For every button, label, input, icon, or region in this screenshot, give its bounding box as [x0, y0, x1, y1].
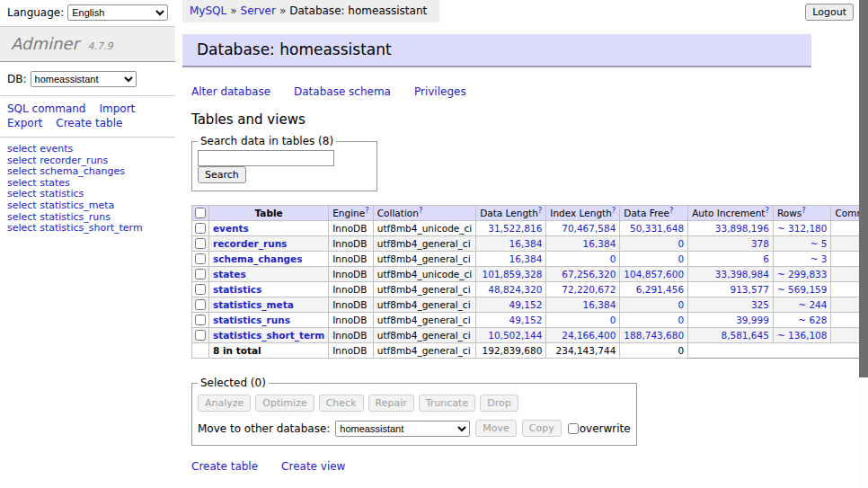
- auto-increment-link[interactable]: 33,898,196: [715, 223, 769, 234]
- select-link[interactable]: select: [7, 200, 37, 211]
- search-button[interactable]: Search: [198, 166, 246, 183]
- export-link[interactable]: Export: [7, 117, 42, 129]
- data-length-link[interactable]: 16,384: [509, 238, 543, 249]
- row-checkbox[interactable]: [195, 299, 206, 310]
- privileges-link[interactable]: Privileges: [414, 85, 466, 98]
- auto-increment-link[interactable]: 378: [751, 238, 769, 249]
- help-icon[interactable]: ?: [612, 206, 616, 215]
- select-link[interactable]: select: [7, 155, 37, 166]
- data-free-link[interactable]: 0: [678, 253, 684, 264]
- overwrite-checkbox[interactable]: [568, 423, 579, 434]
- alter-database-link[interactable]: Alter database: [191, 85, 270, 98]
- row-checkbox[interactable]: [195, 223, 206, 234]
- index-length-link[interactable]: 67,256,320: [562, 269, 616, 279]
- import-link[interactable]: Import: [99, 102, 135, 115]
- index-length-link[interactable]: 72,220,672: [562, 284, 616, 295]
- data-length-link[interactable]: 48,824,320: [488, 284, 542, 295]
- table-link[interactable]: statistics_short_term: [40, 222, 142, 234]
- auto-increment-link[interactable]: 6: [763, 253, 769, 264]
- index-length-link[interactable]: 16,384: [583, 299, 616, 310]
- rows-link[interactable]: ~ 312,180: [777, 223, 828, 234]
- help-icon[interactable]: ?: [765, 206, 769, 215]
- rows-link[interactable]: ~ 136,108: [777, 330, 828, 341]
- create-table-link[interactable]: Create table: [56, 117, 122, 129]
- help-icon[interactable]: ?: [669, 206, 674, 215]
- rows-link[interactable]: ~ 299,833: [777, 269, 828, 279]
- table-link[interactable]: states: [40, 177, 70, 189]
- auto-increment-link[interactable]: 39,999: [736, 315, 769, 325]
- table-link[interactable]: recorder_runs: [40, 155, 108, 166]
- row-checkbox[interactable]: [195, 330, 206, 341]
- rows-link[interactable]: ~ 5: [810, 238, 828, 249]
- data-free-link[interactable]: 50,331,648: [630, 223, 684, 234]
- data-free-link[interactable]: 188,743,680: [624, 330, 684, 341]
- table-name-link[interactable]: statistics_short_term: [213, 330, 324, 341]
- auto-increment-link[interactable]: 913,577: [731, 284, 769, 295]
- help-icon[interactable]: ?: [419, 206, 423, 215]
- select-link[interactable]: select: [7, 165, 37, 177]
- language-select[interactable]: English: [67, 4, 168, 21]
- database-schema-link[interactable]: Database schema: [294, 85, 391, 98]
- data-length-link[interactable]: 49,152: [509, 315, 543, 325]
- sql-command-link[interactable]: SQL command: [7, 102, 85, 115]
- scrollbar-thumb[interactable]: [859, 0, 868, 377]
- table-link[interactable]: statistics: [40, 188, 84, 200]
- search-input[interactable]: [198, 150, 334, 166]
- table-name-link[interactable]: statistics_runs: [213, 315, 290, 325]
- rows-link[interactable]: ~ 244: [798, 299, 827, 310]
- row-checkbox[interactable]: [195, 253, 206, 264]
- page-scrollbar[interactable]: [859, 0, 868, 488]
- table-link[interactable]: schema_changes: [40, 165, 125, 177]
- select-link[interactable]: select: [7, 143, 37, 155]
- breadcrumb-mysql-link[interactable]: MySQL: [190, 4, 226, 17]
- row-checkbox[interactable]: [195, 315, 206, 325]
- breadcrumb-server-link[interactable]: Server: [241, 4, 276, 17]
- row-checkbox[interactable]: [195, 238, 206, 249]
- auto-increment-link[interactable]: 325: [751, 299, 769, 310]
- data-length-link[interactable]: 31,522,816: [488, 223, 542, 234]
- data-length-link[interactable]: 101,859,328: [483, 269, 543, 279]
- rows-link[interactable]: ~ 569,159: [777, 284, 828, 295]
- db-select[interactable]: homeassistant: [31, 71, 137, 87]
- help-icon[interactable]: ?: [365, 206, 369, 215]
- data-length-link[interactable]: 16,384: [509, 253, 543, 264]
- auto-increment-link[interactable]: 8,581,645: [721, 330, 768, 341]
- data-length-link[interactable]: 49,152: [509, 299, 543, 310]
- create-view-link[interactable]: Create view: [281, 460, 345, 473]
- index-length-link[interactable]: 16,384: [583, 238, 616, 249]
- row-checkbox[interactable]: [195, 269, 206, 279]
- table-link[interactable]: events: [40, 143, 73, 155]
- index-length-link[interactable]: 0: [610, 253, 616, 264]
- table-name-link[interactable]: events: [213, 223, 249, 234]
- table-name-link[interactable]: statistics_meta: [213, 299, 294, 310]
- data-length-link[interactable]: 10,502,144: [488, 330, 542, 341]
- logout-button[interactable]: Logout: [805, 4, 854, 21]
- table-name-link[interactable]: recorder_runs: [213, 238, 287, 249]
- rows-link[interactable]: ~ 3: [810, 253, 828, 264]
- move-database-select[interactable]: homeassistant: [335, 421, 470, 437]
- auto-increment-link[interactable]: 33,398,984: [715, 269, 769, 279]
- table-link[interactable]: statistics_runs: [40, 211, 111, 223]
- data-free-link[interactable]: 6,291,456: [636, 284, 684, 295]
- data-free-link[interactable]: 0: [678, 299, 684, 310]
- index-length-link[interactable]: 0: [610, 315, 616, 325]
- table-name-link[interactable]: states: [213, 269, 246, 279]
- data-free-link[interactable]: 0: [678, 315, 684, 325]
- index-length-link[interactable]: 24,166,400: [562, 330, 616, 341]
- select-link[interactable]: select: [7, 211, 37, 223]
- create-table-link[interactable]: Create table: [191, 460, 258, 473]
- help-icon[interactable]: ?: [538, 206, 543, 215]
- data-free-link[interactable]: 104,857,600: [624, 269, 684, 279]
- index-length-link[interactable]: 70,467,584: [562, 223, 616, 234]
- select-link[interactable]: select: [7, 188, 37, 200]
- select-link[interactable]: select: [7, 177, 37, 189]
- help-icon[interactable]: ?: [802, 206, 806, 215]
- select-all-checkbox[interactable]: [195, 208, 206, 218]
- data-free-link[interactable]: 0: [678, 238, 684, 249]
- select-link[interactable]: select: [7, 222, 37, 234]
- row-checkbox[interactable]: [195, 284, 206, 295]
- rows-link[interactable]: ~ 628: [798, 315, 827, 325]
- table-name-link[interactable]: statistics: [213, 284, 261, 295]
- table-name-link[interactable]: schema_changes: [213, 253, 303, 264]
- table-link[interactable]: statistics_meta: [40, 200, 114, 211]
